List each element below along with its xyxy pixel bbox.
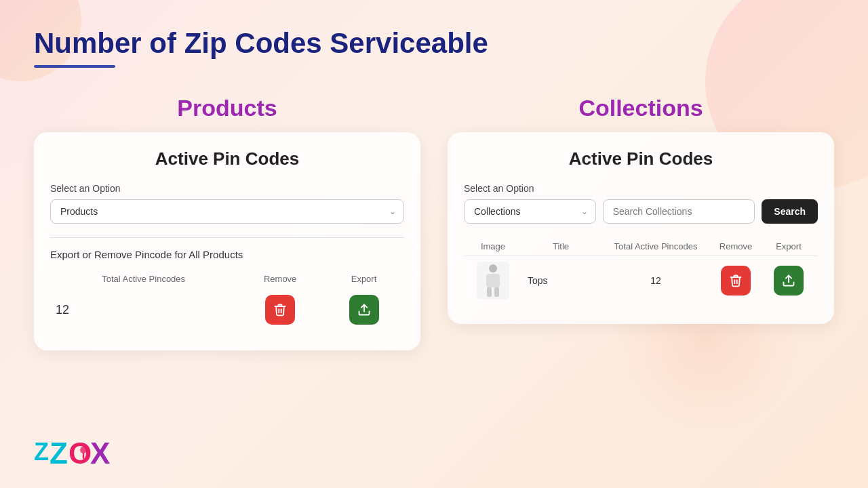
collections-select[interactable]: Products Collections	[464, 199, 596, 224]
collections-panel: Collections Active Pin Codes Select an O…	[448, 95, 834, 324]
svg-text:X: X	[90, 436, 110, 469]
title-underline	[34, 65, 115, 68]
products-table: Total Active Pincodes Remove Export 12	[50, 270, 404, 331]
trash-icon-collection	[729, 274, 743, 287]
panels-container: Products Active Pin Codes Select an Opti…	[34, 95, 834, 350]
logo: Z Z O X	[34, 435, 111, 469]
col-header-image: Image	[469, 241, 517, 251]
collections-select-section: Select an Option Products Collections ⌄ …	[464, 183, 818, 224]
products-panel: Products Active Pin Codes Select an Opti…	[34, 95, 420, 350]
products-export-button[interactable]	[349, 295, 379, 325]
page-title: Number of Zip Codes Serviceable	[34, 27, 834, 60]
products-col-export: Export	[323, 270, 404, 288]
collections-heading: Collections	[448, 95, 834, 121]
products-card: Active Pin Codes Select an Option Produc…	[34, 132, 420, 350]
collection-remove-button[interactable]	[721, 266, 751, 296]
collections-select-wrapper: Products Collections ⌄	[464, 199, 596, 224]
upload-icon-collection	[782, 274, 795, 287]
collections-table-header: Image Title Total Active Pincodes Remove…	[464, 237, 818, 256]
collections-select-label: Select an Option	[464, 183, 818, 194]
col-header-title: Title	[522, 241, 599, 251]
collection-remove-cell	[712, 266, 760, 296]
products-card-title: Active Pin Codes	[50, 148, 404, 169]
svg-text:O: O	[68, 436, 92, 469]
person-figure-icon	[481, 263, 505, 298]
products-divider	[50, 237, 404, 238]
trash-icon	[273, 303, 287, 317]
svg-rect-2	[486, 274, 500, 287]
products-select[interactable]: Products Collections	[50, 199, 404, 224]
products-table-header-row: Total Active Pincodes Remove Export	[50, 270, 404, 288]
upload-icon	[357, 303, 371, 317]
products-export-label: Export or Remove Pincode for All Product…	[50, 249, 404, 260]
products-select-wrapper: Products Collections ⌄	[50, 199, 404, 224]
products-col-remove: Remove	[237, 270, 323, 288]
collections-table-container: Image Title Total Active Pincodes Remove…	[464, 237, 818, 305]
products-col-total: Total Active Pincodes	[50, 270, 237, 288]
collections-table-row: Tops 12	[464, 256, 818, 305]
products-remove-button[interactable]	[265, 295, 295, 325]
logo-z: Z	[34, 438, 50, 466]
svg-text:Z: Z	[50, 436, 68, 469]
col-header-remove: Remove	[712, 241, 760, 251]
zox-logo-icon: Z O X	[50, 435, 111, 469]
products-heading: Products	[34, 95, 420, 121]
products-total-value: 12	[56, 303, 69, 317]
products-select-label: Select an Option	[50, 183, 404, 194]
collections-card-title: Active Pin Codes	[464, 148, 818, 169]
col-header-total: Total Active Pincodes	[605, 241, 707, 251]
collections-card: Active Pin Codes Select an Option Produc…	[448, 132, 834, 324]
collection-image-cell	[469, 262, 517, 300]
collection-export-button[interactable]	[774, 266, 804, 296]
collections-search-input[interactable]	[603, 199, 755, 224]
collection-title-cell: Tops	[522, 275, 599, 286]
col-header-export: Export	[765, 241, 812, 251]
svg-rect-4	[494, 287, 499, 297]
svg-point-1	[489, 264, 497, 272]
svg-rect-3	[487, 287, 492, 297]
svg-point-8	[80, 447, 87, 453]
collections-search-button[interactable]: Search	[762, 199, 818, 224]
products-select-section: Select an Option Products Collections ⌄	[50, 183, 404, 224]
collection-image	[477, 262, 509, 300]
collection-export-cell	[765, 266, 812, 296]
collection-total-cell: 12	[605, 275, 707, 286]
products-table-row: 12	[50, 288, 404, 331]
